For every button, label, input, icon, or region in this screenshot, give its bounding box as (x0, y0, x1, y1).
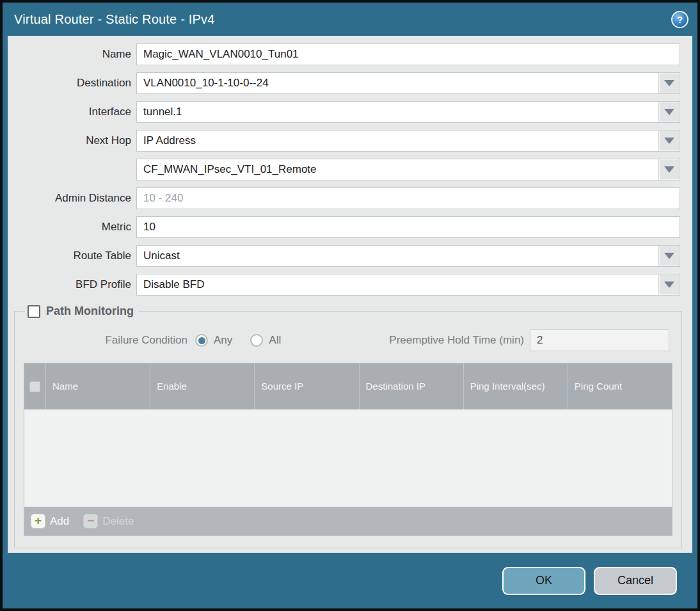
chevron-down-icon (664, 138, 674, 144)
preemptive-hold-time-input[interactable] (530, 329, 669, 351)
dialog-body: Name Destination VLAN0010_10-1-10-0--24 … (8, 36, 692, 553)
path-monitoring-section: Path Monitoring Failure Condition Any Al… (14, 305, 682, 548)
path-monitoring-title: Path Monitoring (46, 305, 134, 318)
failure-condition-radios: Any All (195, 334, 299, 347)
column-header-destination-ip[interactable]: Destination IP (360, 363, 464, 409)
select-all-checkbox-cell (24, 363, 46, 409)
route-table-value: Unicast (137, 246, 658, 266)
table-header: Name Enable Source IP Destination IP Pin… (24, 363, 672, 409)
cancel-button[interactable]: Cancel (594, 567, 677, 595)
admin-distance-row: Admin Distance (8, 187, 680, 209)
destination-label: Destination (8, 77, 136, 90)
dialog-frame: Virtual Router - Static Route - IPv4 ? N… (0, 0, 700, 611)
chevron-down-icon (664, 109, 674, 115)
metric-input[interactable] (136, 216, 680, 238)
next-hop-address-dropdown-button[interactable] (658, 159, 680, 180)
delete-button[interactable]: − Delete (83, 514, 134, 528)
interface-dropdown-button[interactable] (658, 102, 680, 122)
destination-value: VLAN0010_10-1-10-0--24 (137, 73, 658, 93)
next-hop-dropdown-button[interactable] (658, 131, 680, 151)
dialog-title: Virtual Router - Static Route - IPv4 (14, 12, 215, 27)
chevron-down-icon (664, 253, 674, 259)
interface-value: tunnel.1 (137, 102, 658, 122)
chevron-down-icon (664, 80, 674, 86)
path-monitoring-checkbox[interactable] (28, 305, 40, 318)
radio-all[interactable] (250, 334, 263, 347)
radio-any-label: Any (214, 334, 232, 347)
preemptive-hold-time-group: Preemptive Hold Time (min) (389, 329, 669, 351)
next-hop-label: Next Hop (8, 134, 136, 147)
bfd-profile-label: BFD Profile (8, 278, 136, 291)
name-input[interactable] (136, 44, 680, 65)
destination-row: Destination VLAN0010_10-1-10-0--24 (8, 72, 680, 94)
column-header-enable[interactable]: Enable (150, 363, 255, 409)
interface-label: Interface (8, 106, 136, 118)
next-hop-address-row: CF_MWAN_IPsec_VTI_01_Remote (8, 159, 680, 180)
metric-row: Metric (8, 216, 680, 238)
dialog-titlebar: Virtual Router - Static Route - IPv4 ? (3, 3, 697, 36)
metric-label: Metric (8, 221, 136, 234)
preemptive-hold-time-label: Preemptive Hold Time (min) (389, 334, 530, 347)
bfd-profile-dropdown-button[interactable] (658, 274, 680, 295)
route-table-select[interactable]: Unicast (136, 245, 680, 267)
path-monitoring-controls: Failure Condition Any All Preemptive Hol… (24, 329, 672, 351)
destination-dropdown-button[interactable] (658, 73, 680, 93)
bfd-profile-value: Disable BFD (137, 274, 658, 295)
dialog-footer: OK Cancel (3, 553, 697, 608)
help-icon[interactable]: ? (671, 11, 688, 28)
route-table-row: Route Table Unicast (8, 245, 680, 267)
column-header-source-ip[interactable]: Source IP (255, 363, 359, 409)
next-hop-address-value: CF_MWAN_IPsec_VTI_01_Remote (137, 159, 658, 180)
destination-select[interactable]: VLAN0010_10-1-10-0--24 (136, 72, 680, 94)
path-monitoring-table: Name Enable Source IP Destination IP Pin… (24, 363, 672, 536)
next-hop-row: Next Hop IP Address (8, 130, 680, 152)
radio-any[interactable] (195, 334, 208, 347)
table-body-empty (24, 409, 672, 507)
route-table-dropdown-button[interactable] (658, 246, 680, 266)
admin-distance-label: Admin Distance (8, 192, 136, 205)
interface-row: Interface tunnel.1 (8, 101, 680, 123)
admin-distance-input[interactable] (136, 187, 680, 209)
add-button[interactable]: + Add (31, 514, 69, 528)
table-footer: + Add − Delete (24, 507, 672, 536)
bfd-profile-row: BFD Profile Disable BFD (8, 274, 680, 296)
chevron-down-icon (664, 166, 674, 173)
column-header-ping-interval[interactable]: Ping Interval(sec) (464, 363, 568, 409)
chevron-down-icon (664, 282, 674, 288)
bfd-profile-select[interactable]: Disable BFD (136, 274, 680, 296)
radio-all-label: All (269, 334, 281, 347)
column-header-name[interactable]: Name (46, 363, 150, 409)
interface-select[interactable]: tunnel.1 (136, 101, 680, 123)
ok-button[interactable]: OK (502, 567, 585, 595)
minus-icon: − (83, 514, 98, 528)
next-hop-value: IP Address (137, 131, 658, 151)
route-table-label: Route Table (8, 250, 136, 262)
column-header-ping-count[interactable]: Ping Count (568, 363, 672, 409)
name-label: Name (8, 48, 136, 61)
name-row: Name (8, 44, 680, 65)
select-all-checkbox[interactable] (29, 381, 40, 392)
next-hop-select[interactable]: IP Address (136, 130, 680, 152)
next-hop-address-select[interactable]: CF_MWAN_IPsec_VTI_01_Remote (136, 159, 680, 180)
path-monitoring-legend: Path Monitoring (25, 305, 139, 318)
plus-icon: + (31, 514, 45, 528)
failure-condition-label: Failure Condition (24, 334, 195, 347)
